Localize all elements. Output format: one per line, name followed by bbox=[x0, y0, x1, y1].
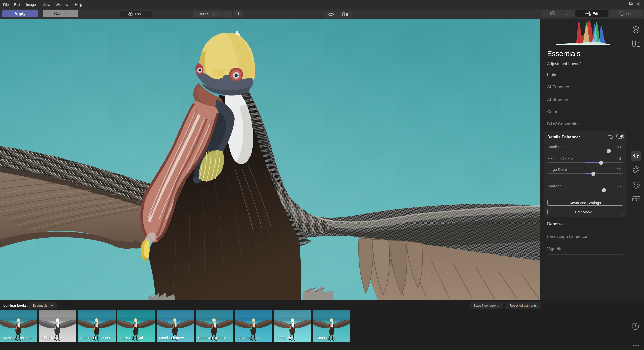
svg-text:PRO: PRO bbox=[632, 198, 641, 202]
